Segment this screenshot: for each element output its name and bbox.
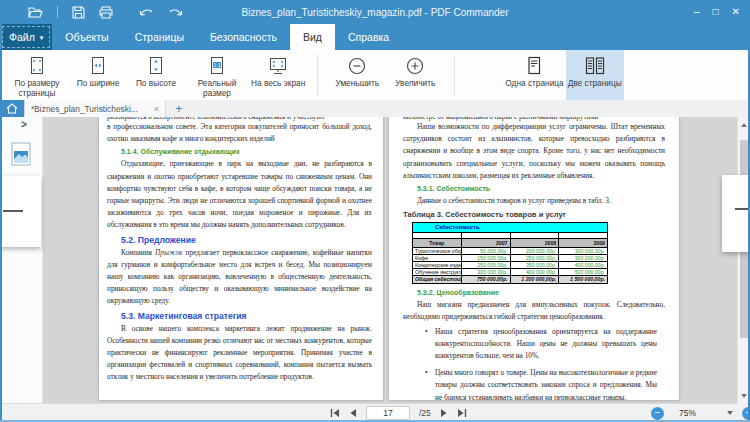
fullscreen-icon: [268, 56, 288, 79]
zoom-out-circle-button[interactable]: −: [651, 407, 664, 420]
zoom-level-value[interactable]: 75%: [679, 408, 696, 418]
first-page-button[interactable]: [330, 408, 340, 418]
caret-down-icon: ▾: [40, 34, 44, 42]
menu-objects[interactable]: Объекты: [52, 24, 121, 50]
window-border-left: [0, 24, 2, 422]
paragraph: в профессиональном совете. Эта категория…: [107, 121, 372, 145]
menu-bar: Файл ▾ Объекты Страницы Безопасность Вид…: [0, 24, 750, 50]
heading-5-3-1: 5.3.1. Себестоимость: [417, 184, 665, 193]
right-panel-flyout[interactable]: [722, 175, 750, 252]
page-number-input[interactable]: [366, 406, 410, 420]
cost-table: Себестоимость Товар 2007 2008 2009 Турис…: [412, 222, 608, 284]
fit-page-icon: [27, 56, 47, 79]
last-page-button[interactable]: [457, 408, 467, 418]
document-tab[interactable]: *Biznes_plan_Turisticheski... ×: [24, 100, 166, 117]
document-view: > разбираются в ассортименте альпинистск…: [0, 117, 750, 404]
table-row: Туристическое оборудование 50 000,00р. 2…: [413, 248, 608, 255]
single-page-icon: [524, 56, 544, 79]
table-header-row: Товар 2007 2008 2009: [413, 239, 608, 248]
paragraph: Компания Прыжок предлагает первоклассное…: [107, 247, 372, 308]
zoom-out-button[interactable]: Уменьшить: [328, 50, 386, 100]
fullscreen-button[interactable]: На весь экран: [249, 50, 307, 100]
actual-size-icon: 1:1: [207, 56, 227, 79]
tab-title: *Biznes_plan_Turisticheski...: [31, 104, 150, 114]
fit-height-button[interactable]: По высоте: [127, 50, 185, 100]
svg-text:1:1: 1:1: [214, 62, 221, 68]
home-icon: [6, 103, 18, 114]
previous-page-button[interactable]: [349, 408, 357, 418]
thumbnails-panel-icon[interactable]: [11, 142, 31, 166]
list-item: Цены много говорят о товаре. Цены на выс…: [425, 367, 657, 400]
close-button[interactable]: ✕: [732, 0, 740, 24]
table-title-row: Себестоимость: [413, 223, 608, 233]
single-page-button[interactable]: Одна страница: [503, 50, 565, 100]
menu-file[interactable]: Файл ▾: [0, 24, 52, 50]
grip-icon: [3, 210, 23, 212]
fit-width-icon: [88, 56, 108, 79]
paragraph: Отдыхающие, приезжающие в парк на выходн…: [107, 158, 372, 231]
close-tab-icon[interactable]: ×: [154, 104, 159, 114]
titlebar-divider: [57, 6, 58, 18]
add-tab-button[interactable]: +: [166, 100, 192, 117]
actual-size-button[interactable]: 1:1 Реальный размер: [185, 50, 249, 100]
scroll-down-icon[interactable]: [741, 394, 747, 398]
page-right[interactable]: километре от национального парка с разли…: [389, 117, 679, 400]
menu-pages[interactable]: Страницы: [122, 24, 197, 50]
paragraph: Наши возможности по дифференциации услуг…: [403, 121, 665, 182]
fit-page-button[interactable]: По размеру страницы: [5, 50, 69, 100]
fit-width-button[interactable]: По ширине: [69, 50, 127, 100]
zoom-dropdown-caret-icon[interactable]: [727, 411, 733, 415]
heading-5-1-4: 5.1.4. Обслуживание отдыхающих: [121, 147, 372, 156]
menu-security[interactable]: Безопасность: [197, 24, 290, 50]
heading-5-3: 5.3. Маркетинговая стратегия: [121, 311, 372, 322]
window-title: Biznes_plan_Turisticheskiy_magazin.pdf -…: [150, 7, 600, 18]
paragraph: Данные о себестоимости товаров и услуг п…: [403, 195, 665, 207]
tab-bar: *Biznes_plan_Turisticheski... × +: [0, 100, 750, 118]
maximize-button[interactable]: □: [713, 0, 719, 24]
view-toolbar: По размеру страницы По ширине По высоте …: [0, 50, 750, 101]
two-pages-icon: [584, 56, 606, 79]
toolbar-separator: [454, 55, 455, 95]
paragraph: В основе нашего комплекса маркетинга леж…: [107, 323, 372, 384]
menu-help[interactable]: Справка: [335, 24, 402, 50]
zoom-in-button[interactable]: Увеличить: [386, 50, 444, 100]
minimize-button[interactable]: –: [694, 0, 700, 24]
title-bar: Biznes_plan_Turisticheskiy_magazin.pdf -…: [0, 0, 750, 24]
zoom-in-icon: [405, 56, 425, 79]
left-panel-flyout[interactable]: [0, 176, 41, 247]
table-row: Обучение инструкторов 300 000,00р. 400 0…: [413, 269, 608, 276]
heading-5-2: 5.2. Предложение: [121, 235, 372, 246]
next-page-button[interactable]: [440, 408, 448, 418]
save-icon[interactable]: [72, 6, 85, 19]
home-button[interactable]: [0, 100, 24, 117]
side-panel: >: [0, 117, 43, 404]
scroll-up-icon[interactable]: [741, 123, 747, 127]
two-pages-button[interactable]: Две страницы: [566, 50, 624, 100]
page-left[interactable]: разбираются в ассортименте альпинистског…: [99, 117, 383, 400]
table-row: Кондитерские изделия 250 000,00р. 350 00…: [413, 262, 608, 269]
paragraph: Наш магазин предназначен для импульсивны…: [403, 299, 665, 323]
table-row: Кофе 150 000,00р. 250 000,00р. 300 000,0…: [413, 255, 608, 262]
bullet-list: Наша стратегия ценообразования ориентиру…: [425, 326, 657, 400]
open-file-icon[interactable]: [28, 6, 43, 19]
menu-view[interactable]: Вид: [290, 24, 335, 50]
table-caption: Таблица 3. Себестоимость товаров и услуг: [403, 210, 665, 220]
print-icon[interactable]: [99, 6, 113, 19]
zoom-out-icon: [347, 56, 367, 79]
fit-height-icon: [146, 56, 166, 79]
page-total-label: /25: [419, 408, 431, 418]
list-item: Наша стратегия ценообразования ориентиру…: [425, 326, 657, 363]
toolbar-separator: [317, 55, 318, 95]
chevron-right-icon[interactable]: >: [21, 119, 27, 130]
heading-5-3-2: 5.3.2. Ценообразование: [417, 288, 665, 297]
table-total-row: Общая себестоимость 750 000,00р. 1 200 0…: [413, 276, 608, 284]
